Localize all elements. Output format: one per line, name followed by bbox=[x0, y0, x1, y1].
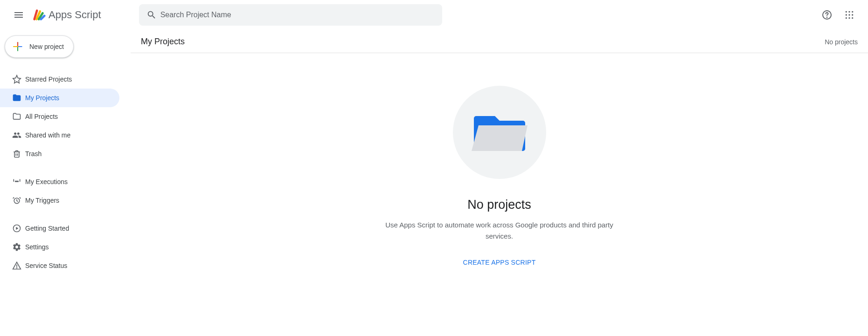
sidebar-item-service-status[interactable]: Service Status bbox=[0, 256, 119, 275]
search-icon bbox=[143, 10, 160, 20]
page-title: My Projects bbox=[141, 37, 185, 47]
sidebar-item-my-executions[interactable]: My Executions bbox=[0, 172, 119, 191]
sidebar-item-label: Starred Projects bbox=[25, 75, 72, 83]
nav-group-automation: My Executions My Triggers bbox=[0, 172, 131, 210]
project-count-hint: No projects bbox=[825, 38, 858, 46]
executions-icon bbox=[12, 177, 25, 186]
alarm-icon bbox=[12, 196, 25, 205]
svg-point-11 bbox=[15, 181, 16, 182]
empty-state-title: No projects bbox=[467, 198, 531, 212]
sidebar-item-label: Service Status bbox=[25, 262, 67, 269]
new-project-button[interactable]: New project bbox=[5, 35, 74, 58]
help-icon bbox=[821, 9, 833, 21]
hamburger-menu-button[interactable] bbox=[7, 4, 30, 26]
sidebar-item-label: Shared with me bbox=[25, 131, 70, 139]
svg-point-10 bbox=[852, 17, 853, 19]
svg-point-13 bbox=[18, 181, 19, 182]
trash-icon bbox=[12, 149, 25, 158]
new-project-label: New project bbox=[29, 43, 64, 50]
svg-point-7 bbox=[852, 14, 853, 15]
product-logo-area[interactable]: Apps Script bbox=[32, 8, 116, 22]
empty-folder-illustration bbox=[453, 86, 546, 179]
sidebar-item-trash[interactable]: Trash bbox=[0, 144, 119, 163]
svg-point-8 bbox=[846, 17, 847, 19]
star-icon bbox=[12, 75, 25, 84]
svg-point-12 bbox=[16, 181, 17, 182]
sidebar-item-label: My Triggers bbox=[25, 197, 59, 204]
empty-state: No projects Use Apps Script to automate … bbox=[131, 86, 868, 270]
main-content: My Projects No projects No projects Use … bbox=[131, 30, 868, 336]
sidebar-item-label: Getting Started bbox=[25, 225, 69, 232]
nav-group-main: Starred Projects My Projects All Project… bbox=[0, 70, 131, 163]
gear-icon bbox=[12, 242, 25, 252]
apps-grid-icon bbox=[845, 10, 854, 20]
hamburger-icon bbox=[13, 9, 24, 21]
sidebar-item-label: Settings bbox=[25, 243, 49, 251]
search-input[interactable] bbox=[160, 11, 438, 19]
help-button[interactable] bbox=[818, 6, 836, 24]
sidebar-item-label: Trash bbox=[25, 150, 42, 158]
page-titlebar: My Projects No projects bbox=[131, 31, 868, 53]
svg-point-1 bbox=[827, 17, 827, 18]
play-circle-icon bbox=[12, 224, 25, 233]
sidebar-item-my-projects[interactable]: My Projects bbox=[0, 89, 119, 107]
svg-point-6 bbox=[848, 14, 850, 15]
apps-grid-button[interactable] bbox=[840, 6, 859, 24]
app-header: Apps Script bbox=[0, 0, 868, 30]
svg-point-9 bbox=[848, 17, 850, 19]
svg-point-2 bbox=[846, 11, 847, 13]
sidebar: New project Starred Projects My Projects… bbox=[0, 30, 131, 336]
plus-icon bbox=[12, 41, 24, 53]
search-bar[interactable] bbox=[139, 4, 442, 26]
apps-script-logo-icon bbox=[32, 8, 46, 22]
sidebar-item-all-projects[interactable]: All Projects bbox=[0, 107, 119, 126]
folder-icon bbox=[12, 93, 25, 103]
svg-point-5 bbox=[846, 14, 847, 15]
svg-point-16 bbox=[17, 268, 17, 268]
empty-state-subtitle: Use Apps Script to automate work across … bbox=[378, 219, 621, 242]
svg-point-4 bbox=[852, 11, 853, 13]
sidebar-item-getting-started[interactable]: Getting Started bbox=[0, 219, 119, 238]
nav-group-misc: Getting Started Settings Service Status bbox=[0, 219, 131, 275]
sidebar-item-label: All Projects bbox=[25, 113, 58, 120]
folder-outline-icon bbox=[12, 112, 25, 121]
product-name: Apps Script bbox=[49, 9, 101, 21]
svg-point-3 bbox=[848, 11, 850, 13]
sidebar-item-my-triggers[interactable]: My Triggers bbox=[0, 191, 119, 210]
warning-icon bbox=[12, 261, 25, 270]
create-apps-script-button[interactable]: CREATE APPS SCRIPT bbox=[458, 255, 542, 270]
sidebar-item-label: My Executions bbox=[25, 178, 68, 185]
sidebar-item-shared-with-me[interactable]: Shared with me bbox=[0, 126, 119, 144]
sidebar-item-settings[interactable]: Settings bbox=[0, 238, 119, 256]
sidebar-item-starred-projects[interactable]: Starred Projects bbox=[0, 70, 119, 89]
sidebar-item-label: My Projects bbox=[25, 94, 59, 102]
people-icon bbox=[12, 130, 25, 140]
